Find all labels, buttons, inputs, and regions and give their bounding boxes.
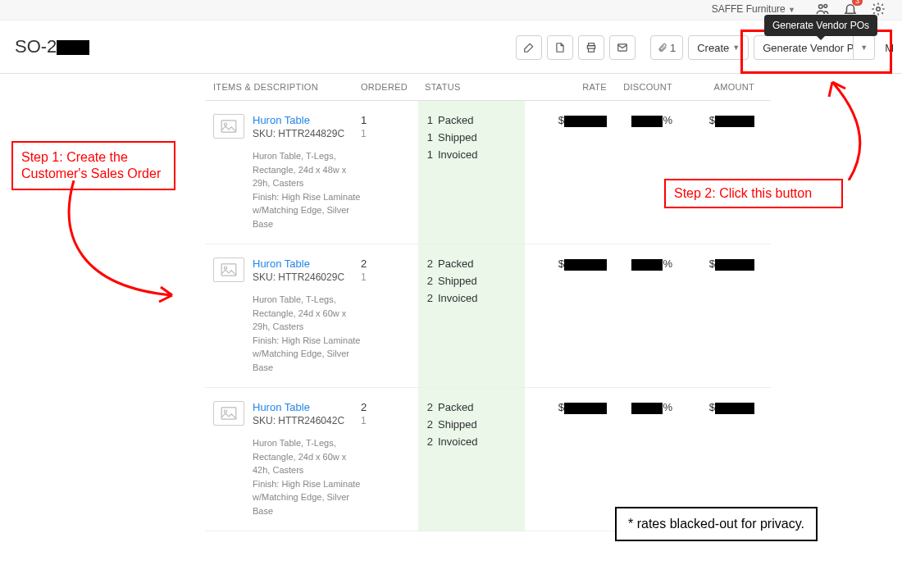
status-invoiced: Invoiced <box>438 148 477 161</box>
item-sku: SKU: HTTR246042C <box>253 415 361 426</box>
redacted-discount <box>631 259 663 271</box>
amount-value: $ <box>709 401 715 413</box>
tooltip-generate-vendor-pos: Generate Vendor POs <box>764 15 877 36</box>
col-header-status: STATUS <box>418 82 525 92</box>
item-description: Huron Table, T-Legs, Rectangle, 24d x 48… <box>253 149 361 230</box>
item-sku: SKU: HTTR244829C <box>253 128 361 139</box>
status-packed: Packed <box>438 401 473 413</box>
redacted-rate <box>564 116 607 127</box>
item-description: Huron Table, T-Legs, Rectangle, 24d x 60… <box>253 436 361 517</box>
items-table-header: ITEMS & DESCRIPTION ORDERED STATUS RATE … <box>205 74 771 101</box>
annotation-arrow-step2 <box>804 74 877 180</box>
table-row: Huron Table SKU: HTTR244829C Huron Table… <box>205 101 771 244</box>
redacted-so-suffix <box>57 40 89 55</box>
create-label: Create <box>697 42 729 54</box>
status-shipped: Shipped <box>438 131 477 144</box>
pdf-button[interactable] <box>547 35 573 60</box>
svg-rect-10 <box>221 408 236 419</box>
edit-button[interactable] <box>516 35 542 60</box>
table-row: Huron Table SKU: HTTR246029C Huron Table… <box>205 244 771 388</box>
svg-rect-8 <box>221 264 236 276</box>
col-header-discount: DISCOUNT <box>607 82 672 92</box>
item-name-link[interactable]: Huron Table <box>253 114 361 126</box>
svg-point-2 <box>877 7 881 11</box>
redacted-amount <box>715 116 754 127</box>
status-packed: Packed <box>438 114 473 126</box>
col-header-rate: RATE <box>525 82 607 92</box>
col-header-items: ITEMS & DESCRIPTION <box>205 82 361 92</box>
ordered-qty-sub: 1 <box>361 271 418 283</box>
attach-count: 1 <box>670 42 676 54</box>
item-name-link[interactable]: Huron Table <box>253 401 361 413</box>
amount-value: $ <box>709 114 715 126</box>
redacted-amount <box>715 403 754 414</box>
col-header-amount: AMOUNT <box>672 82 771 92</box>
annotation-arrow-step1 <box>49 180 213 328</box>
image-placeholder-icon <box>213 401 244 426</box>
redacted-rate <box>564 259 607 271</box>
status-invoiced: Invoiced <box>438 435 477 448</box>
ordered-qty-sub: 1 <box>361 128 418 139</box>
sales-order-number: SO-2 <box>15 36 89 57</box>
status-packed: Packed <box>438 258 473 270</box>
ordered-qty-sub: 1 <box>361 415 418 426</box>
item-name-link[interactable]: Huron Table <box>253 258 361 270</box>
org-name: SAFFE Furniture <box>712 3 786 15</box>
amount-value: $ <box>709 258 715 270</box>
status-shipped: Shipped <box>438 418 477 431</box>
svg-point-1 <box>824 4 827 7</box>
svg-rect-4 <box>588 48 594 52</box>
chevron-down-icon: ▼ <box>732 43 740 52</box>
ordered-qty: 1 <box>361 114 418 126</box>
rate-value: $ <box>558 114 564 126</box>
redacted-amount <box>715 259 754 271</box>
svg-point-0 <box>819 5 823 9</box>
ordered-qty: 2 <box>361 401 418 413</box>
chevron-down-icon: ▼ <box>788 6 795 14</box>
status-shipped: Shipped <box>438 275 477 287</box>
rate-value: $ <box>558 401 564 413</box>
email-button[interactable] <box>609 35 636 60</box>
col-header-ordered: ORDERED <box>361 82 418 92</box>
discount-pct: % <box>663 258 672 270</box>
item-description: Huron Table, T-Legs, Rectangle, 24d x 60… <box>253 293 361 374</box>
annotation-step2: Step 2: Click this button <box>664 179 843 208</box>
so-prefix: SO-2 <box>15 36 57 57</box>
redacted-rate <box>564 403 607 414</box>
svg-point-7 <box>224 123 226 125</box>
attachments-button[interactable]: 1 <box>650 35 683 60</box>
redacted-discount <box>631 403 663 414</box>
svg-rect-6 <box>221 121 236 132</box>
line-items-section: ITEMS & DESCRIPTION ORDERED STATUS RATE … <box>205 74 771 531</box>
annotation-privacy-note: * rates blacked-out for privacy. <box>615 507 818 541</box>
rate-value: $ <box>558 258 564 270</box>
notif-badge: 3 <box>852 0 863 6</box>
ordered-qty: 2 <box>361 258 418 270</box>
print-button[interactable] <box>578 35 604 60</box>
item-sku: SKU: HTTR246029C <box>253 271 361 283</box>
redacted-discount <box>631 116 663 127</box>
discount-pct: % <box>663 114 672 126</box>
svg-point-9 <box>224 267 226 269</box>
discount-pct: % <box>663 401 672 413</box>
image-placeholder-icon <box>213 114 244 139</box>
status-invoiced: Invoiced <box>438 292 477 304</box>
annotation-step1: Step 1: Create the Customer's Sales Orde… <box>11 141 175 190</box>
org-switcher[interactable]: SAFFE Furniture ▼ <box>712 3 795 15</box>
image-placeholder-icon <box>213 258 244 282</box>
svg-point-11 <box>224 410 226 413</box>
